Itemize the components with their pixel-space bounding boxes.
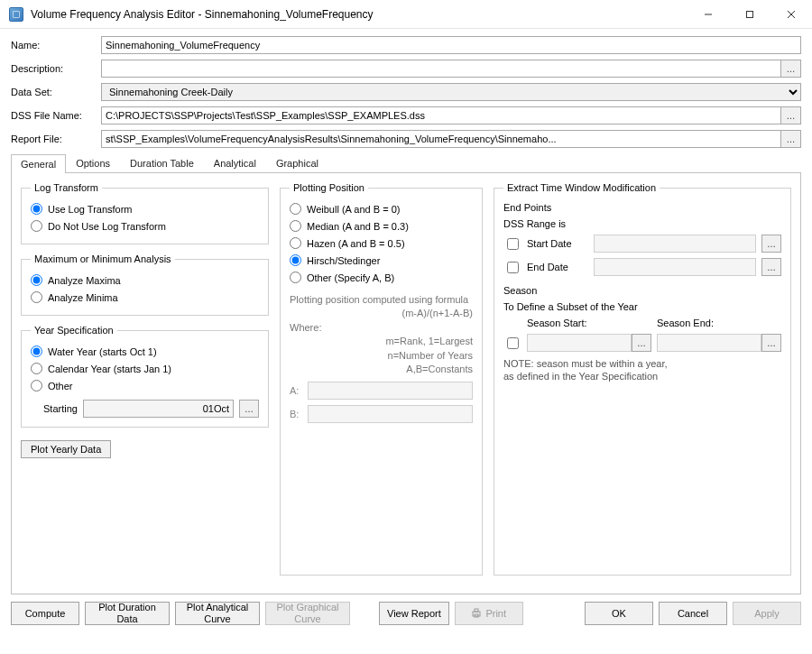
- tabstrip: General Options Duration Table Analytica…: [0, 153, 812, 172]
- view-report-button[interactable]: View Report: [379, 602, 449, 625]
- season-end-input: [657, 334, 761, 352]
- b-input: [308, 405, 473, 423]
- tab-general[interactable]: General: [11, 154, 66, 173]
- print-label: Print: [485, 608, 506, 620]
- svg-rect-5: [475, 609, 478, 612]
- end-date-input: [594, 258, 756, 276]
- tab-analytical[interactable]: Analytical: [204, 153, 266, 172]
- hazen-radio[interactable]: [290, 237, 301, 249]
- tab-options[interactable]: Options: [66, 153, 120, 172]
- log-transform-legend: Log Transform: [31, 182, 102, 193]
- window-maximize-button[interactable]: [729, 0, 770, 29]
- use-log-transform-radio[interactable]: [31, 203, 42, 215]
- reportfile-ellipsis-button[interactable]: …: [781, 130, 801, 148]
- time-window-legend: Extract Time Window Modification: [503, 182, 660, 193]
- reportfile-label: Report File:: [11, 134, 101, 144]
- description-ellipsis-button[interactable]: …: [781, 60, 801, 78]
- starting-ellipsis-button[interactable]: …: [239, 400, 259, 418]
- plotting-position-group: Plotting Position Weibull (A and B = 0) …: [280, 182, 483, 576]
- season-end-ellipsis-button[interactable]: …: [761, 334, 781, 352]
- season-start-ellipsis-button[interactable]: …: [632, 334, 651, 352]
- season-check[interactable]: [507, 337, 519, 349]
- app-icon: [9, 7, 23, 22]
- plot-analytical-curve-button[interactable]: Plot Analytical Curve: [175, 602, 260, 625]
- titlebar: Volume Frequency Analysis Editor - Sinne…: [0, 0, 812, 29]
- a-input: [308, 382, 473, 400]
- description-input[interactable]: [101, 60, 781, 78]
- name-label: Name:: [11, 40, 101, 51]
- plot-graphical-curve-button: Plot Graphical Curve: [265, 602, 350, 625]
- starting-label: Starting: [43, 403, 78, 414]
- subset-heading: To Define a Subset of the Year: [503, 301, 781, 312]
- dssrange-heading: DSS Range is: [503, 218, 781, 229]
- header-form: Name: Description: … Data Set: Sinnemaho…: [0, 29, 812, 148]
- analyze-minima-radio[interactable]: [31, 291, 42, 303]
- weibull-label: Weibull (A and B = 0): [307, 204, 400, 215]
- end-date-ellipsis-button[interactable]: …: [761, 258, 781, 276]
- endpoints-heading: End Points: [503, 202, 781, 213]
- compute-button[interactable]: Compute: [11, 602, 79, 625]
- description-label: Description:: [11, 63, 101, 74]
- calendar-year-label: Calendar Year (starts Jan 1): [48, 364, 171, 374]
- start-date-label: Start Date: [527, 238, 588, 249]
- other-year-radio[interactable]: [31, 380, 42, 391]
- year-spec-legend: Year Specification: [31, 325, 117, 336]
- analyze-minima-label: Analyze Minima: [48, 292, 118, 303]
- season-note-2: as defined in the Year Specification: [503, 370, 781, 382]
- no-log-transform-radio[interactable]: [31, 220, 42, 232]
- pp-m-line: m=Rank, 1=Largest: [290, 335, 473, 348]
- start-date-check[interactable]: [507, 238, 519, 250]
- water-year-radio[interactable]: [31, 345, 42, 357]
- calendar-year-radio[interactable]: [31, 363, 42, 374]
- end-date-label: End Date: [527, 262, 588, 272]
- svg-rect-1: [747, 11, 753, 17]
- dataset-select[interactable]: Sinnemahoning Creek-Daily: [101, 83, 801, 101]
- other-year-label: Other: [48, 381, 73, 391]
- ok-button[interactable]: OK: [585, 602, 653, 625]
- log-transform-group: Log Transform Use Log Transform Do Not U…: [21, 182, 269, 244]
- hirsch-label: Hirsch/Stedinger: [307, 255, 380, 266]
- analyze-maxima-radio[interactable]: [31, 274, 42, 286]
- start-date-ellipsis-button[interactable]: …: [761, 235, 781, 253]
- no-log-transform-label: Do Not Use Log Transform: [48, 221, 166, 232]
- window-minimize-button[interactable]: [687, 0, 729, 29]
- start-date-input: [594, 235, 756, 253]
- plot-duration-data-button[interactable]: Plot Duration Data: [85, 602, 170, 625]
- name-input[interactable]: [101, 36, 801, 54]
- maxmin-group: Maximum or Minimum Analysis Analyze Maxi…: [21, 253, 269, 316]
- tab-graphical[interactable]: Graphical: [266, 153, 328, 172]
- apply-button: Apply: [733, 602, 801, 625]
- season-start-input: [527, 334, 632, 352]
- window-close-button[interactable]: [770, 0, 812, 29]
- starting-input: [83, 400, 234, 418]
- pp-desc-line: Plotting position computed using formula: [290, 293, 473, 307]
- end-date-check[interactable]: [507, 262, 519, 273]
- bottom-button-bar: Compute Plot Duration Data Plot Analytic…: [0, 594, 812, 632]
- tab-duration-table[interactable]: Duration Table: [120, 153, 204, 172]
- other-pp-radio[interactable]: [290, 272, 301, 283]
- water-year-label: Water Year (starts Oct 1): [48, 346, 157, 357]
- other-pp-label: Other (Specify A, B): [307, 272, 394, 283]
- dssfile-label: DSS File Name:: [11, 110, 101, 121]
- dssfile-input[interactable]: [101, 106, 781, 124]
- maxmin-legend: Maximum or Minimum Analysis: [31, 253, 175, 264]
- weibull-radio[interactable]: [290, 203, 301, 215]
- hazen-label: Hazen (A and B = 0.5): [307, 238, 405, 249]
- median-radio[interactable]: [290, 220, 301, 232]
- plot-yearly-data-button[interactable]: Plot Yearly Data: [21, 440, 111, 458]
- pp-ab-line: A,B=Constants: [290, 363, 473, 376]
- season-end-header: Season End:: [657, 318, 781, 328]
- dssfile-ellipsis-button[interactable]: …: [781, 106, 801, 124]
- pp-n-line: n=Number of Years: [290, 349, 473, 363]
- b-label: B:: [290, 409, 302, 419]
- cancel-button[interactable]: Cancel: [659, 602, 727, 625]
- hirsch-radio[interactable]: [290, 254, 301, 266]
- season-note-1: NOTE: season must be within a year,: [503, 357, 781, 370]
- analyze-maxima-label: Analyze Maxima: [48, 275, 121, 286]
- plotting-position-legend: Plotting Position: [290, 182, 368, 193]
- use-log-transform-label: Use Log Transform: [48, 204, 133, 215]
- pp-formula: (m-A)/(n+1-A-B): [290, 307, 473, 320]
- reportfile-input[interactable]: [101, 130, 781, 148]
- median-label: Median (A and B = 0.3): [307, 221, 409, 232]
- year-spec-group: Year Specification Water Year (starts Oc…: [21, 325, 269, 428]
